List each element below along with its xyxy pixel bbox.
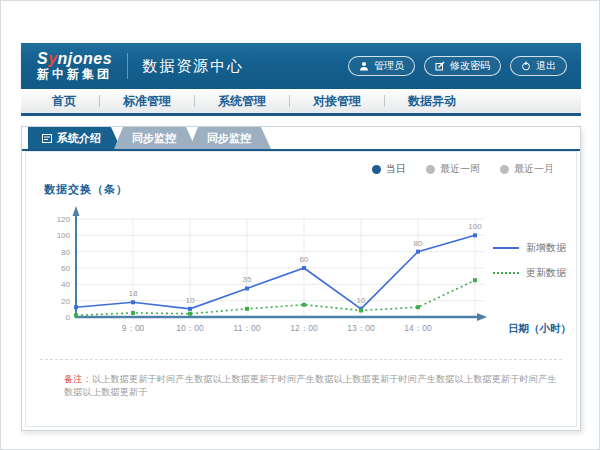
nav-item-2[interactable]: 系统管理 [195,89,289,113]
change-password-button[interactable]: 修改密码 [424,56,501,76]
svg-text:20: 20 [61,297,70,306]
nav-item-1[interactable]: 标准管理 [100,89,194,113]
legend-label: 更新数据 [526,266,566,280]
svg-text:100: 100 [468,222,482,231]
logo-english: Synjones [37,51,112,67]
svg-text:35: 35 [243,275,252,284]
legend-item-0[interactable]: 新增数据 [493,241,566,255]
footer-note: 备注：以上数据更新于时间产生数据以上数据更新于时间产生数据以上数据更新于时间产生… [26,360,576,399]
page: Synjones 新中新集团 数据资源中心 管理员 修改密码 退出 [0,0,600,450]
legend-label: 新增数据 [526,241,566,255]
note-label: 备注： [64,374,92,384]
app-header: Synjones 新中新集团 数据资源中心 管理员 修改密码 退出 [21,43,581,89]
svg-text:12：00: 12：00 [290,323,318,333]
legend-swatch [493,272,519,274]
nav-item-3[interactable]: 对接管理 [290,89,384,113]
svg-text:13：00: 13：00 [347,323,375,333]
header-actions: 管理员 修改密码 退出 [348,56,581,76]
tab-0[interactable]: 系统介绍 [28,127,121,149]
content-card: 系统介绍同步监控同步监控 当日最近一周最近一月 数据交换（条） 02040608… [21,126,581,431]
chart-area: 0204060801001209：0010：0011：0012：0013：001… [26,199,576,351]
logout-icon [521,61,531,71]
svg-text:18: 18 [129,289,138,298]
tab-panel: 当日最近一周最近一月 数据交换（条） 0204060801001209：0010… [25,151,577,427]
svg-text:120: 120 [57,215,71,224]
tab-2[interactable]: 同步监控 [189,127,271,149]
tab-label: 同步监控 [132,127,176,149]
svg-text:80: 80 [61,248,70,257]
page-title: 数据资源中心 [127,53,244,79]
svg-text:10: 10 [186,296,195,305]
svg-text:80: 80 [414,239,423,248]
chart-title: 数据交换（条） [44,182,576,197]
logout-button[interactable]: 退出 [510,56,567,76]
change-password-label: 修改密码 [450,59,490,73]
svg-text:0: 0 [66,313,71,322]
svg-text:40: 40 [61,280,70,289]
radio-dot [372,165,381,174]
radio-dot [500,165,509,174]
main-nav: 首页标准管理系统管理对接管理数据异动 [21,89,581,116]
svg-text:60: 60 [61,264,70,273]
radio-option-2[interactable]: 最近一月 [500,162,554,176]
tab-bar: 系统介绍同步监控同步监控 [22,127,580,149]
radio-option-1[interactable]: 最近一周 [426,162,480,176]
radio-label: 最近一月 [514,162,554,176]
document-icon [42,134,52,143]
time-range-filter: 当日最近一周最近一月 [26,152,576,176]
admin-user-label: 管理员 [374,59,404,73]
tab-label: 同步监控 [207,127,251,149]
svg-text:11：00: 11：00 [234,323,261,333]
logo-chinese: 新中新集团 [37,67,112,81]
chart-legend: 新增数据更新数据 [493,241,566,280]
svg-text:60: 60 [300,255,309,264]
admin-user-button[interactable]: 管理员 [348,56,415,76]
svg-text:10: 10 [357,296,366,305]
svg-text:9：00: 9：00 [122,323,145,333]
radio-option-0[interactable]: 当日 [372,162,406,176]
svg-text:100: 100 [57,231,71,240]
radio-label: 最近一周 [440,162,480,176]
svg-text:14：00: 14：00 [404,323,432,333]
radio-label: 当日 [386,162,406,176]
tab-label: 系统介绍 [57,127,101,149]
svg-text:日期（小时）: 日期（小时） [508,322,571,335]
legend-swatch [493,247,519,249]
radio-dot [426,165,435,174]
nav-item-4[interactable]: 数据异动 [385,89,479,113]
tab-1[interactable]: 同步监控 [114,127,196,149]
logout-label: 退出 [536,59,556,73]
note-text: 以上数据更新于时间产生数据以上数据更新于时间产生数据以上数据更新于时间产生数据以… [64,374,557,397]
logo-accent: y [48,50,57,67]
svg-text:10：00: 10：00 [176,323,204,333]
user-icon [359,61,369,71]
nav-item-0[interactable]: 首页 [29,89,99,113]
company-logo[interactable]: Synjones 新中新集团 [21,51,125,81]
legend-item-1[interactable]: 更新数据 [493,266,566,280]
edit-icon [435,61,445,71]
